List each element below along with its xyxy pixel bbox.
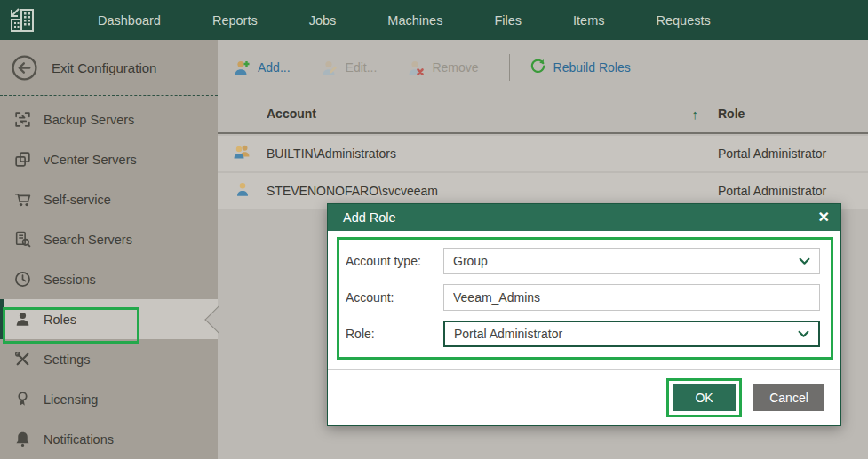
remove-button-label: Remove (432, 60, 478, 75)
nav-tab-items[interactable]: Items (547, 2, 630, 39)
nav-tab-files[interactable]: Files (468, 2, 547, 39)
edit-button-label: Edit... (346, 60, 378, 75)
back-arrow-icon (11, 54, 38, 82)
nav-tab-requests[interactable]: Requests (631, 2, 737, 39)
dialog-title: Add Role (343, 210, 396, 225)
account-cell: BUILTIN\Administrators (267, 146, 718, 161)
account-label: Account: (346, 290, 443, 305)
close-icon[interactable]: ✕ (818, 210, 830, 225)
ok-button[interactable]: OK (673, 384, 736, 411)
chevron-down-icon (798, 330, 809, 338)
role-cell: Portal Administrator (718, 184, 868, 198)
sidebar-item-vcenter-servers[interactable]: vCenter Servers (0, 139, 218, 179)
nav-tab-dashboard[interactable]: Dashboard (72, 2, 187, 39)
add-button-label: Add... (258, 60, 291, 75)
account-type-label: Account type: (346, 254, 443, 268)
shopping-cart-icon (13, 190, 32, 209)
top-navigation-bar: Dashboard Reports Jobs Machines Files It… (0, 0, 868, 40)
table-row[interactable]: BUILTIN\Administrators Portal Administra… (218, 136, 868, 171)
refresh-icon (530, 58, 546, 77)
configuration-sidebar: Exit Configuration Backup Servers (0, 40, 218, 459)
backup-servers-icon (13, 110, 32, 129)
column-header-role[interactable]: Role (718, 107, 868, 121)
person-icon (13, 310, 32, 328)
search-servers-icon (13, 230, 32, 249)
veeam-enterprise-manager-window: Dashboard Reports Jobs Machines Files It… (0, 0, 868, 459)
toolbar-separator (509, 54, 510, 81)
account-type-select[interactable]: Group (443, 248, 820, 274)
account-type-value: Group (453, 254, 488, 268)
bell-icon (13, 430, 32, 448)
rebuild-roles-button[interactable]: Rebuild Roles (530, 58, 631, 77)
dialog-divider (328, 369, 840, 370)
account-input[interactable] (443, 284, 820, 311)
nav-tab-jobs[interactable]: Jobs (283, 2, 362, 39)
nav-tabs: Dashboard Reports Jobs Machines Files It… (72, 2, 737, 39)
sidebar-item-roles[interactable]: Roles (0, 299, 218, 339)
remove-user-icon (407, 59, 425, 76)
vcenter-servers-icon (13, 150, 32, 169)
sidebar-item-label: Search Servers (44, 233, 132, 247)
annotation-ok-highlight: OK (666, 378, 742, 417)
sidebar-item-label: Sessions (44, 273, 96, 287)
veeam-logo-icon (8, 5, 38, 36)
add-role-dialog: Add Role ✕ Account type: Group Account: … (327, 203, 841, 426)
role-field-row: Role: Portal Administrator (346, 321, 820, 347)
account-cell: STEVENONOFARO\svcveeam (267, 184, 718, 198)
roles-toolbar: Add... Edit... (218, 40, 868, 95)
group-icon (232, 144, 255, 163)
nav-tab-reports[interactable]: Reports (187, 2, 283, 39)
user-icon (232, 181, 255, 201)
sidebar-item-label: Backup Servers (44, 113, 134, 127)
nav-tab-machines[interactable]: Machines (362, 2, 468, 39)
sidebar-item-backup-servers[interactable]: Backup Servers (0, 99, 218, 139)
dialog-footer: OK Cancel (666, 378, 824, 417)
sidebar-item-label: Notifications (44, 432, 114, 447)
sidebar-menu: Backup Servers vCenter Servers Self-s (0, 96, 218, 459)
edit-user-icon (321, 59, 338, 76)
sidebar-item-label: Licensing (44, 392, 98, 407)
sidebar-item-settings[interactable]: Settings (0, 339, 218, 379)
remove-button[interactable]: Remove (407, 59, 478, 76)
add-user-icon (233, 59, 251, 76)
role-value: Portal Administrator (454, 327, 562, 341)
sidebar-item-notifications[interactable]: Notifications (0, 419, 218, 459)
sidebar-item-search-servers[interactable]: Search Servers (0, 219, 218, 259)
tools-icon (13, 350, 32, 368)
account-field-row: Account: (346, 284, 820, 311)
exit-configuration-button[interactable]: Exit Configuration (0, 40, 218, 96)
sidebar-item-label: Settings (44, 352, 90, 367)
dialog-header: Add Role ✕ (328, 204, 840, 231)
add-button[interactable]: Add... (233, 59, 291, 76)
roles-table-header: Account ↑ Role (218, 95, 868, 134)
annotation-form-highlight: Account type: Group Account: Role: Porta… (337, 237, 833, 360)
sidebar-item-label: Self-service (44, 193, 111, 207)
edit-button[interactable]: Edit... (321, 59, 378, 76)
role-label: Role: (346, 327, 443, 341)
rebuild-roles-label: Rebuild Roles (553, 60, 631, 75)
sidebar-item-self-service[interactable]: Self-service (0, 179, 218, 219)
chevron-down-icon (799, 257, 810, 265)
column-header-account[interactable]: Account (267, 107, 316, 121)
sidebar-item-sessions[interactable]: Sessions (0, 259, 218, 299)
license-ribbon-icon (13, 390, 32, 408)
sidebar-item-label: vCenter Servers (44, 153, 137, 167)
clock-icon (13, 270, 32, 289)
account-type-field-row: Account type: Group (346, 248, 820, 274)
role-cell: Portal Administrator (718, 146, 868, 161)
sidebar-item-label: Roles (44, 313, 76, 327)
cancel-button[interactable]: Cancel (753, 384, 824, 411)
exit-configuration-label: Exit Configuration (52, 60, 156, 75)
sidebar-item-licensing[interactable]: Licensing (0, 379, 218, 419)
role-select[interactable]: Portal Administrator (443, 321, 820, 347)
sort-ascending-icon[interactable]: ↑ (692, 107, 699, 122)
